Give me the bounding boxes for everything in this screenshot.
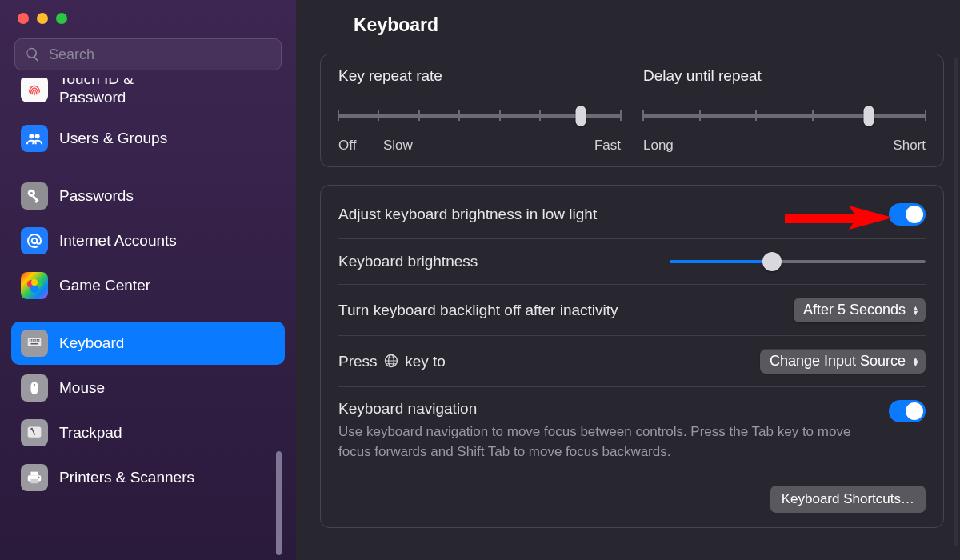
svg-point-1: [35, 134, 40, 138]
adjust-brightness-row: Adjust keyboard brightness in low light: [338, 190, 926, 238]
main-content: Keyboard Key repeat rate Off Slow Fast D…: [296, 0, 960, 560]
svg-point-0: [29, 134, 34, 138]
key-repeat-column: Key repeat rate Off Slow Fast: [338, 67, 621, 154]
sidebar-item-keyboard[interactable]: Keyboard: [11, 322, 285, 365]
at-icon: [21, 227, 48, 254]
zoom-window-button[interactable]: [56, 13, 67, 24]
globe-icon: [383, 353, 399, 369]
adjust-brightness-toggle[interactable]: [889, 203, 926, 226]
delay-max-label: Short: [893, 138, 926, 154]
key-repeat-max-label: Fast: [594, 138, 621, 154]
sidebar-item-label: Touch ID &Password: [59, 78, 134, 107]
delay-slider[interactable]: [643, 104, 926, 133]
svg-point-3: [30, 192, 33, 194]
svg-point-9: [30, 285, 38, 293]
sidebar-list: Touch ID &PasswordUsers & GroupsPassword…: [11, 78, 285, 560]
sidebar-item-gamectr[interactable]: Game Center: [11, 264, 285, 307]
svg-rect-21: [34, 341, 36, 342]
press-globe-value: Change Input Source: [770, 353, 906, 370]
close-window-button[interactable]: [18, 13, 29, 24]
key-repeat-min-label: Off: [338, 138, 356, 154]
sidebar-item-label: Users & Groups: [59, 130, 167, 147]
backlight-inactivity-value: After 5 Seconds: [803, 302, 906, 318]
keyboard-navigation-row: Keyboard navigation Use keyboard navigat…: [338, 386, 926, 474]
fingerprint-icon: [21, 78, 48, 102]
keyboard-brightness-row: Keyboard brightness: [338, 238, 926, 284]
svg-rect-12: [30, 339, 31, 341]
brightness-panel: Adjust keyboard brightness in low light …: [320, 185, 944, 528]
sidebar-item-label: Mouse: [59, 379, 105, 397]
keyboard-icon: [21, 330, 48, 357]
sidebar-item-passwords[interactable]: Passwords: [11, 174, 285, 218]
sidebar-item-label: Game Center: [59, 277, 150, 294]
key-repeat-slider[interactable]: [338, 104, 621, 133]
svg-rect-26: [34, 383, 35, 386]
svg-rect-16: [37, 339, 38, 341]
svg-rect-20: [33, 341, 34, 342]
sidebar-item-label: Internet Accounts: [59, 232, 177, 250]
svg-rect-24: [31, 343, 38, 345]
main-scrollbar[interactable]: [954, 58, 958, 546]
svg-rect-23: [38, 341, 40, 342]
svg-rect-15: [34, 339, 36, 341]
sidebar-item-trackpad[interactable]: Trackpad: [11, 411, 285, 454]
press-globe-select[interactable]: Change Input Source ▲▼: [760, 349, 926, 374]
sidebar-item-label: Keyboard: [59, 334, 124, 352]
shortcuts-button-row: Keyboard Shortcuts…: [338, 474, 926, 513]
sidebar-item-internet[interactable]: Internet Accounts: [11, 219, 285, 262]
press-globe-prefix: Press: [338, 353, 382, 370]
key-icon: [21, 182, 48, 210]
backlight-inactivity-label: Turn keyboard backlight off after inacti…: [338, 302, 618, 319]
press-globe-suffix: key to: [405, 353, 446, 370]
sidebar-item-mouse[interactable]: Mouse: [11, 366, 285, 410]
mouse-icon: [21, 374, 48, 402]
keyboard-navigation-label: Keyboard navigation: [338, 400, 870, 418]
svg-point-28: [30, 427, 33, 430]
sidebar-item-label: Trackpad: [59, 424, 122, 442]
sidebar: Touch ID &PasswordUsers & GroupsPassword…: [0, 0, 296, 560]
backlight-inactivity-select[interactable]: After 5 Seconds ▲▼: [794, 298, 926, 322]
printer-icon: [21, 464, 48, 491]
delay-min-label: Long: [643, 138, 674, 154]
search-input[interactable]: [47, 46, 271, 64]
backlight-inactivity-row: Turn keyboard backlight off after inacti…: [338, 284, 926, 335]
svg-rect-30: [30, 471, 38, 475]
users-icon: [21, 125, 48, 152]
window-controls: [11, 11, 285, 38]
svg-rect-19: [31, 341, 33, 342]
press-globe-label: Press key to: [338, 353, 446, 370]
keyboard-navigation-description: Use keyboard navigation to move focus be…: [338, 422, 870, 462]
svg-rect-17: [38, 339, 40, 341]
sidebar-item-printers[interactable]: Printers & Scanners: [11, 456, 285, 499]
press-globe-row: Press key to Change Input Source ▲▼: [338, 335, 926, 386]
trackpad-icon: [21, 419, 48, 446]
svg-rect-31: [30, 478, 38, 483]
sidebar-scrollbar[interactable]: [276, 451, 282, 555]
svg-point-32: [38, 476, 40, 478]
minimize-window-button[interactable]: [37, 13, 48, 24]
keyboard-navigation-toggle[interactable]: [889, 400, 926, 422]
keyboard-brightness-label: Keyboard brightness: [338, 253, 478, 270]
chevron-updown-icon: ▲▼: [912, 357, 919, 366]
search-icon: [25, 46, 41, 62]
page-title: Keyboard: [354, 14, 920, 36]
keyboard-shortcuts-button[interactable]: Keyboard Shortcuts…: [770, 486, 926, 513]
key-repeat-title: Key repeat rate: [338, 67, 621, 85]
search-field[interactable]: [14, 38, 282, 70]
sidebar-item-label: Printers & Scanners: [59, 469, 194, 486]
sidebar-item-users[interactable]: Users & Groups: [11, 117, 285, 160]
svg-point-10: [31, 279, 38, 286]
delay-column: Delay until repeat Long Short: [643, 67, 926, 154]
sidebar-item-label: Passwords: [59, 187, 134, 205]
adjust-brightness-label: Adjust keyboard brightness in low light: [338, 206, 597, 223]
svg-rect-13: [31, 339, 33, 341]
key-repeat-mid-label: Slow: [383, 138, 413, 154]
delay-title: Delay until repeat: [643, 67, 926, 85]
repeat-panel: Key repeat rate Off Slow Fast Delay unti…: [320, 54, 944, 167]
sidebar-item-touchid[interactable]: Touch ID &Password: [11, 78, 285, 115]
keyboard-brightness-slider[interactable]: [670, 252, 926, 271]
svg-rect-18: [30, 341, 31, 342]
svg-rect-22: [37, 341, 38, 342]
chevron-updown-icon: ▲▼: [912, 306, 919, 315]
gamecenter-icon: [21, 272, 48, 299]
